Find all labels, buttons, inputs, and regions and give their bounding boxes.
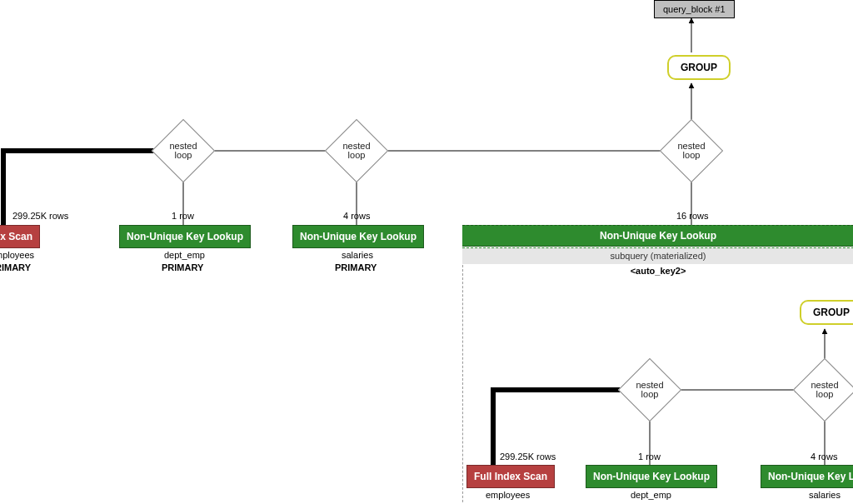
rows-label-salaries: 4 rows — [343, 211, 370, 221]
op-lookup-subquery: Non-Unique Key Lookup — [462, 225, 853, 247]
op-lookup-deptemp: Non-Unique Key Lookup — [119, 225, 251, 248]
rows-label-employees: 299.25K rows — [12, 211, 68, 221]
key-employees: RIMARY — [0, 262, 31, 272]
tbl-employees: mployees — [0, 250, 34, 260]
subquery-divider — [462, 265, 463, 504]
explain-plan-canvas: query_block #1 GROUP nested loop nested … — [0, 0, 853, 504]
op-lookup-salaries-sub: Non-Unique Key Loo — [761, 465, 853, 488]
key-deptemp: PRIMARY — [162, 262, 203, 272]
op-full-index-scan-employees-sub: Full Index Scan — [466, 465, 555, 488]
nested-loop-sub-2: nested loop — [802, 367, 847, 412]
rows-label-salaries-sub: 4 rows — [811, 452, 837, 462]
op-full-index-scan-employees: ndex Scan — [0, 225, 40, 248]
tbl-salaries: salaries — [342, 250, 373, 260]
group-pill-top: GROUP — [667, 55, 731, 80]
nested-loop-sub-1: nested loop — [627, 367, 672, 412]
rows-label-deptemp-sub: 1 row — [638, 452, 661, 462]
op-lookup-deptemp-sub: Non-Unique Key Lookup — [586, 465, 717, 488]
query-block-box: query_block #1 — [654, 0, 735, 18]
nested-loop-2: nested loop — [334, 128, 379, 173]
tbl-employees-sub: employees — [486, 490, 530, 500]
rows-label-deptemp: 1 row — [172, 211, 194, 221]
key-salaries: PRIMARY — [335, 262, 377, 272]
tbl-salaries-sub: salaries — [809, 490, 841, 500]
rows-label-subquery: 16 rows — [676, 211, 709, 221]
nested-loop-3: nested loop — [669, 128, 714, 173]
group-pill-sub: GROUP — [800, 300, 853, 325]
rows-label-employees-sub: 299.25K rows — [500, 452, 556, 462]
query-block-label: query_block #1 — [663, 4, 726, 14]
tbl-deptemp-sub: dept_emp — [631, 490, 671, 500]
nested-loop-1: nested loop — [161, 128, 206, 173]
op-lookup-salaries: Non-Unique Key Lookup — [292, 225, 424, 248]
subquery-materialized-bar: subquery (materialized) — [462, 247, 853, 264]
auto-key-label: <auto_key2> — [462, 266, 853, 276]
tbl-deptemp: dept_emp — [164, 250, 205, 260]
